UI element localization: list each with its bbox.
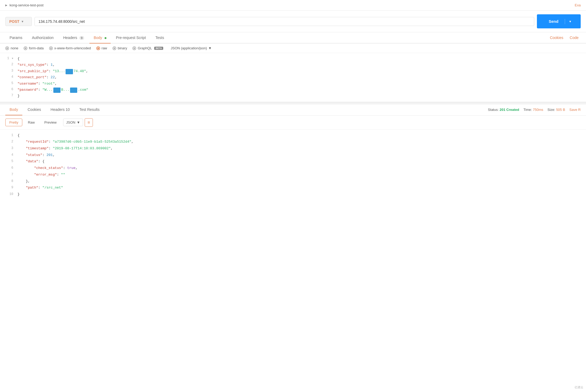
preview-button[interactable]: Preview — [40, 119, 61, 126]
radio-formdata-icon — [24, 46, 27, 50]
code-line-1: 1 ▼ { — [5, 56, 581, 62]
resp-line-4: 4 "status": 201, — [5, 152, 581, 159]
tab-code[interactable]: Code — [568, 32, 581, 43]
masked-pass-1 — [53, 88, 61, 93]
status-label: Status: 201 Created — [488, 108, 519, 112]
code-line-7: 7 } — [5, 93, 581, 99]
radio-urlencoded-icon — [49, 46, 53, 50]
send-button[interactable]: Send ▼ — [537, 14, 581, 28]
save-response-button[interactable]: Save R — [569, 108, 581, 112]
send-divider — [565, 19, 565, 24]
resp-line-2: 2 "requestId": "a73987d6-c0b5-11e9-b1a5-… — [5, 139, 581, 145]
line-number-7: 7 — [5, 93, 13, 99]
tab-tests[interactable]: Tests — [151, 32, 169, 43]
request-body-editor[interactable]: 1 ▼ { 2 "src_sys_type": 1, 3 "src_public… — [0, 53, 586, 102]
code-line-6: 6 "password": "W... B... .com" — [5, 87, 581, 93]
body-type-binary[interactable]: binary — [113, 46, 127, 50]
tab-body[interactable]: Body — [89, 32, 111, 43]
body-type-form-data[interactable]: form-data — [24, 46, 44, 50]
response-tab-test-results[interactable]: Test Results — [75, 104, 104, 115]
resp-line-8: 8 }, — [5, 178, 581, 185]
code-line-4: 4 "connect_port": 22, — [5, 74, 581, 80]
response-toolbar: Pretty Raw Preview JSON ▼ ≡ — [0, 116, 586, 130]
resp-line-1: 1 { — [5, 132, 581, 139]
method-label: POST — [9, 19, 19, 24]
send-chevron-icon[interactable]: ▼ — [566, 18, 574, 25]
raw-button[interactable]: Raw — [24, 119, 39, 126]
method-select[interactable]: POST ▼ — [5, 17, 32, 26]
request-bar: POST ▼ Send ▼ — [0, 11, 586, 32]
line-number-1: 1 ▼ — [5, 56, 13, 62]
masked-pass-2 — [70, 88, 77, 93]
line-number-3: 3 — [5, 68, 13, 74]
body-type-graphql[interactable]: GraphQL BETA — [132, 46, 163, 50]
json-type-chevron-icon: ▼ — [208, 46, 212, 50]
time-value: 750ms — [533, 108, 543, 112]
tab-params[interactable]: Params — [5, 32, 27, 43]
expand-arrow-icon: ▶ — [5, 4, 7, 7]
pretty-button[interactable]: Pretty — [5, 119, 22, 126]
resp-line-7: 7 "error_msg": "" — [5, 172, 581, 178]
response-header: Body Cookies Headers 10 Test Results Sta… — [0, 104, 586, 116]
resp-line-9: 9 "path": "/src_net" — [5, 185, 581, 191]
body-type-urlencoded[interactable]: x-www-form-urlencoded — [49, 46, 91, 50]
headers-count-badge: 9 — [79, 36, 84, 40]
send-label: Send — [543, 17, 564, 26]
body-type-none[interactable]: none — [5, 46, 18, 50]
radio-none-icon — [5, 46, 9, 50]
line-number-2: 2 — [5, 62, 13, 68]
wrap-button[interactable]: ≡ — [85, 118, 93, 127]
size-value: 505 B — [556, 108, 565, 112]
tab-cookies[interactable]: Cookies — [548, 32, 566, 43]
masked-ip — [66, 69, 73, 74]
format-select[interactable]: JSON ▼ — [63, 119, 83, 126]
response-meta: Status: 201 Created Time: 750ms Size: 50… — [488, 108, 581, 112]
radio-graphql-icon — [132, 46, 136, 50]
radio-binary-icon — [113, 46, 116, 50]
resp-line-5: 5 "data": { — [5, 158, 581, 165]
response-headers-count-badge: 10 — [66, 107, 70, 112]
example-link[interactable]: Exa — [575, 3, 581, 7]
body-active-dot — [105, 37, 106, 39]
status-value: 201 Created — [499, 108, 519, 112]
body-type-bar: none form-data x-www-form-urlencoded raw… — [0, 43, 586, 53]
url-input[interactable] — [35, 17, 534, 26]
right-tabs: Cookies Code — [548, 32, 581, 43]
response-tab-headers[interactable]: Headers 10 — [46, 104, 74, 115]
code-line-2: 2 "src_sys_type": 1, — [5, 62, 581, 68]
format-chevron-icon: ▼ — [77, 120, 80, 124]
resp-line-6: 6 "check_status": true, — [5, 165, 581, 172]
tab-authorization[interactable]: Authorization — [28, 32, 58, 43]
code-line-5: 5 "username": "root", — [5, 81, 581, 87]
response-body: 1 { 2 "requestId": "a73987d6-c0b5-11e9-b… — [0, 130, 586, 201]
resp-line-10: 10 } — [5, 191, 581, 198]
code-line-3: 3 "src_public_ip": "13... 74.48", — [5, 68, 581, 74]
time-label: Time: 750ms — [523, 108, 543, 112]
tab-pre-request-script[interactable]: Pre-request Script — [112, 32, 150, 43]
response-tab-body[interactable]: Body — [5, 104, 22, 115]
body-type-raw[interactable]: raw — [96, 46, 107, 50]
radio-raw-icon — [96, 46, 100, 50]
section-divider — [0, 102, 586, 104]
response-tab-cookies[interactable]: Cookies — [23, 104, 45, 115]
request-tabs-bar: Params Authorization Headers 9 Body Pre-… — [0, 32, 586, 43]
line-number-4: 4 — [5, 74, 13, 80]
beta-badge: BETA — [154, 47, 163, 50]
tab-headers[interactable]: Headers 9 — [59, 32, 88, 43]
collection-title: kong-service-test-post — [10, 3, 44, 7]
collection-name[interactable]: ▶ kong-service-test-post — [5, 3, 44, 7]
top-bar: ▶ kong-service-test-post Exa — [0, 0, 586, 11]
resp-line-3: 3 "timestamp": "2019-08-17T14:10:03.8690… — [5, 145, 581, 152]
json-type-select[interactable]: JSON (application/json) ▼ — [171, 46, 212, 50]
line-number-6: 6 — [5, 87, 13, 93]
response-tabs: Body Cookies Headers 10 Test Results — [5, 104, 104, 115]
method-chevron-icon: ▼ — [21, 20, 24, 23]
size-label: Size: 505 B — [548, 108, 565, 112]
line-number-5: 5 — [5, 81, 13, 86]
